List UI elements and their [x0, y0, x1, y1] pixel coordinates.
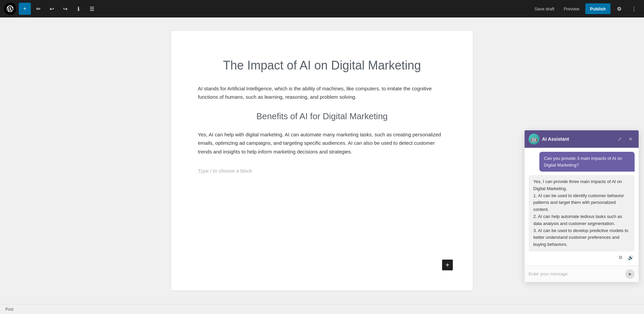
ai-assistant-message-text: Yes, I can provide three main impacts of… [533, 179, 628, 247]
close-icon: ✕ [629, 136, 633, 142]
ai-message-actions: ⧉ 🔊 [529, 254, 635, 262]
ellipsis-icon: ⋮ [631, 6, 637, 12]
redo-button[interactable]: ↪ [59, 3, 71, 15]
status-bar: Post [0, 304, 644, 314]
undo-icon: ↩ [50, 6, 54, 12]
settings-button[interactable]: ⚙ [613, 3, 625, 15]
ai-messages-container: Can you provide 3 main impacts of AI on … [525, 148, 639, 266]
ai-send-button[interactable]: ➤ [625, 269, 635, 279]
redo-icon: ↪ [63, 6, 67, 12]
copy-message-button[interactable]: ⧉ [616, 254, 625, 262]
plus-icon: + [445, 261, 449, 269]
ai-user-message: Can you provide 3 main impacts of AI on … [539, 152, 635, 172]
ai-panel-header: 🤖 AI Assistant ⤢ ✕ [525, 130, 639, 148]
post-status-label: Post [5, 307, 13, 312]
ai-expand-button[interactable]: ⤢ [616, 135, 624, 143]
plus-icon: + [23, 6, 26, 12]
undo-button[interactable]: ↩ [46, 3, 58, 15]
publish-button[interactable]: Publish [585, 3, 610, 14]
ai-assistant-message-container: Yes, I can provide three main impacts of… [529, 175, 635, 262]
list-icon: ☰ [90, 6, 94, 12]
pencil-icon: ✏ [36, 6, 41, 12]
inline-add-block-button[interactable]: + [442, 260, 453, 270]
info-icon: ℹ [77, 6, 79, 12]
save-draft-button[interactable]: Save draft [531, 4, 558, 13]
info-button[interactable]: ℹ [72, 3, 85, 15]
speak-message-button[interactable]: 🔊 [627, 254, 635, 262]
ai-assistant-panel: 🤖 AI Assistant ⤢ ✕ Can you provide 3 mai… [525, 130, 639, 282]
expand-icon: ⤢ [618, 136, 622, 142]
ai-avatar-icon: 🤖 [531, 136, 537, 142]
toolbar-right-section: Save draft Preview Publish ⚙ ⋮ [531, 3, 640, 15]
wordpress-logo[interactable] [4, 3, 16, 15]
block-placeholder[interactable]: Type / to choose a block [198, 165, 446, 176]
speaker-icon: 🔊 [628, 255, 634, 260]
toolbar-left-section: + ✏ ↩ ↪ ℹ ☰ [4, 3, 530, 15]
send-icon: ➤ [628, 271, 632, 277]
gear-icon: ⚙ [617, 6, 622, 12]
ai-message-input[interactable] [529, 271, 623, 276]
editor-canvas: The Impact of AI on Digital Marketing AI… [171, 31, 473, 290]
ai-input-area: ➤ [525, 266, 639, 282]
ai-close-button[interactable]: ✕ [627, 135, 635, 143]
body-paragraph[interactable]: Yes, AI can help with digital marketing.… [198, 130, 446, 156]
preview-button[interactable]: Preview [560, 4, 583, 13]
edit-button[interactable]: ✏ [32, 3, 44, 15]
intro-paragraph[interactable]: AI stands for Artificial Intelligence, w… [198, 84, 446, 101]
ai-avatar: 🤖 [529, 134, 539, 144]
editor-toolbar: + ✏ ↩ ↪ ℹ ☰ Save draft Preview Publish ⚙ [0, 0, 644, 17]
post-title[interactable]: The Impact of AI on Digital Marketing [198, 58, 446, 74]
options-button[interactable]: ⋮ [628, 3, 640, 15]
ai-assistant-message: Yes, I can provide three main impacts of… [529, 175, 635, 252]
copy-icon: ⧉ [619, 255, 622, 260]
ai-panel-title: AI Assistant [542, 136, 613, 142]
wp-logo-icon [7, 5, 13, 12]
list-view-button[interactable]: ☰ [86, 3, 98, 15]
subheading[interactable]: Benefits of AI for Digital Marketing [198, 111, 446, 122]
add-block-button[interactable]: + [19, 3, 31, 15]
